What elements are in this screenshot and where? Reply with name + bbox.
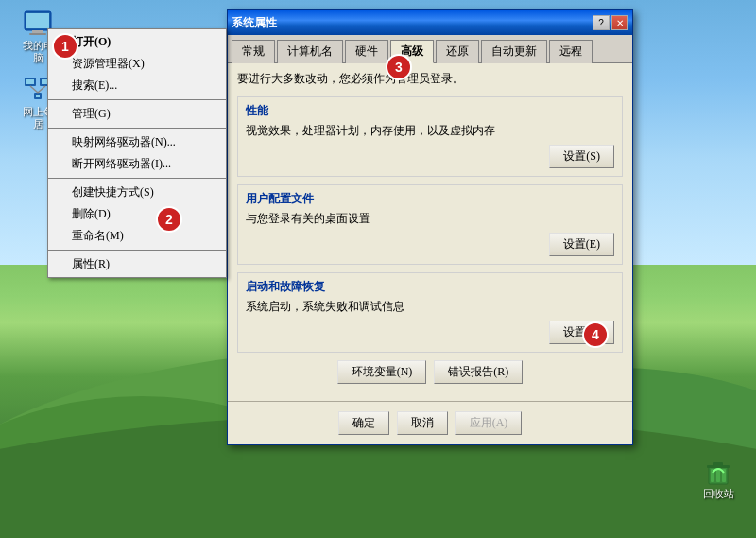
- svg-rect-6: [26, 13, 49, 28]
- badge-1: 1: [52, 33, 78, 60]
- cancel-button[interactable]: 取消: [397, 411, 448, 435]
- section-performance-btn-row: 设置(S): [246, 145, 614, 168]
- separator-4: [48, 250, 226, 251]
- error-report-button[interactable]: 错误报告(R): [434, 360, 523, 384]
- env-error-row: 环境变量(N) 错误报告(R): [237, 360, 623, 384]
- separator-2: [48, 128, 226, 129]
- tab-restore[interactable]: 还原: [436, 40, 479, 63]
- section-performance: 性能 视觉效果，处理器计划，内存使用，以及虚拟内存 设置(S): [237, 96, 623, 177]
- recycle-bin-label: 回收站: [703, 488, 734, 500]
- section-user-profile-btn-row: 设置(E): [246, 233, 614, 256]
- svg-rect-14: [36, 95, 40, 97]
- context-menu-item-disconnect[interactable]: 断开网络驱动器(I)...: [48, 153, 226, 175]
- dialog-content: 常规 计算机名 硬件 高级 还原 自动更新 远程 要进行大多数改动，您必须作为管…: [228, 35, 632, 444]
- section-user-profile: 用户配置文件 与您登录有关的桌面设置 设置(E): [237, 184, 623, 265]
- dialog-title-bar: 系统属性 ? ✕: [228, 10, 632, 35]
- badge-2: 2: [156, 206, 182, 233]
- tab-general[interactable]: 常规: [232, 40, 275, 63]
- separator-3: [48, 178, 226, 179]
- panel-advanced: 要进行大多数改动，您必须作为管理员登录。 性能 视觉效果，处理器计划，内存使用，…: [228, 63, 632, 401]
- separator-1: [48, 99, 226, 100]
- svg-rect-7: [32, 30, 43, 33]
- context-menu: 打开(O) 资源管理器(X) 搜索(E)... 管理(G) 映射网络驱动器(N)…: [47, 28, 227, 278]
- svg-rect-4: [0, 472, 756, 538]
- section-startup-recovery-btn-row: 设置(T): [246, 321, 614, 344]
- svg-rect-19: [716, 469, 720, 482]
- badge-3: 3: [386, 54, 412, 80]
- context-menu-item-properties[interactable]: 属性(R): [48, 253, 226, 275]
- apply-button[interactable]: 应用(A): [455, 411, 523, 435]
- context-menu-item-search[interactable]: 搜索(E)...: [48, 75, 226, 96]
- context-menu-item-map-drive[interactable]: 映射网络驱动器(N)...: [48, 131, 226, 153]
- section-startup-recovery-desc: 系统启动，系统失败和调试信息: [246, 299, 614, 315]
- user-profile-settings-button[interactable]: 设置(E): [549, 233, 614, 256]
- title-bar-buttons: ? ✕: [593, 15, 628, 30]
- section-user-profile-title: 用户配置文件: [246, 191, 614, 207]
- recycle-bin-icon-image: [703, 458, 733, 488]
- svg-rect-22: [713, 462, 723, 466]
- system-properties-dialog: 系统属性 ? ✕ 常规 计算机名 硬件 高级 还原 自动更新 远程 要进行大多数…: [227, 9, 633, 445]
- section-user-profile-desc: 与您登录有关的桌面设置: [246, 211, 614, 227]
- section-startup-recovery-title: 启动和故障恢复: [246, 279, 614, 295]
- context-menu-item-rename[interactable]: 重命名(M): [48, 225, 226, 247]
- svg-line-15: [30, 86, 38, 93]
- desktop: 我的电 脑 网上邻 居: [0, 0, 756, 538]
- context-menu-item-explore[interactable]: 资源管理器(X): [48, 53, 226, 75]
- dialog-title: 系统属性: [232, 15, 277, 31]
- tab-bar: 常规 计算机名 硬件 高级 还原 自动更新 远程: [228, 35, 632, 63]
- tab-hardware[interactable]: 硬件: [345, 40, 388, 63]
- tab-auto-update[interactable]: 自动更新: [481, 40, 547, 63]
- tab-computer-name[interactable]: 计算机名: [277, 40, 343, 63]
- context-menu-item-manage[interactable]: 管理(G): [48, 103, 226, 125]
- section-performance-desc: 视觉效果，处理器计划，内存使用，以及虚拟内存: [246, 123, 614, 139]
- section-performance-title: 性能: [246, 103, 614, 119]
- context-menu-item-create-shortcut[interactable]: 创建快捷方式(S): [48, 182, 226, 203]
- help-button[interactable]: ?: [593, 15, 610, 30]
- svg-line-16: [38, 86, 45, 93]
- svg-rect-10: [26, 79, 34, 84]
- svg-rect-8: [29, 33, 46, 35]
- close-button[interactable]: ✕: [611, 15, 628, 30]
- tab-remote[interactable]: 远程: [549, 40, 593, 63]
- dialog-bottom-buttons: 确定 取消 应用(A): [228, 401, 632, 444]
- section-startup-recovery: 启动和故障恢复 系统启动，系统失败和调试信息 设置(T): [237, 272, 623, 353]
- context-menu-item-delete[interactable]: 删除(D): [48, 203, 226, 225]
- performance-settings-button[interactable]: 设置(S): [549, 145, 614, 168]
- env-variables-button[interactable]: 环境变量(N): [337, 360, 427, 384]
- badge-4: 4: [582, 321, 609, 348]
- admin-info-text: 要进行大多数改动，您必须作为管理员登录。: [237, 71, 623, 87]
- recycle-bin-icon[interactable]: 回收站: [690, 458, 747, 500]
- ok-button[interactable]: 确定: [338, 411, 389, 435]
